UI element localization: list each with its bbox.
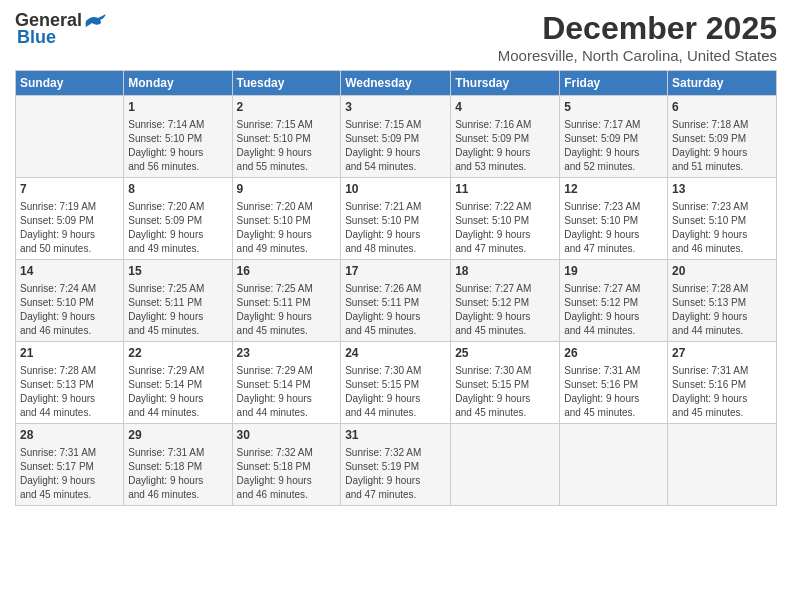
day-number: 25 bbox=[455, 345, 555, 362]
calendar-cell bbox=[668, 424, 777, 506]
logo-blue-text: Blue bbox=[17, 27, 56, 48]
day-number: 5 bbox=[564, 99, 663, 116]
day-number: 9 bbox=[237, 181, 337, 198]
day-number: 30 bbox=[237, 427, 337, 444]
day-number: 29 bbox=[128, 427, 227, 444]
calendar-cell bbox=[560, 424, 668, 506]
week-row-3: 14Sunrise: 7:24 AM Sunset: 5:10 PM Dayli… bbox=[16, 260, 777, 342]
calendar-table: SundayMondayTuesdayWednesdayThursdayFrid… bbox=[15, 70, 777, 506]
col-header-tuesday: Tuesday bbox=[232, 71, 341, 96]
day-number: 16 bbox=[237, 263, 337, 280]
calendar-cell: 8Sunrise: 7:20 AM Sunset: 5:09 PM Daylig… bbox=[124, 178, 232, 260]
calendar-cell: 22Sunrise: 7:29 AM Sunset: 5:14 PM Dayli… bbox=[124, 342, 232, 424]
calendar-cell: 29Sunrise: 7:31 AM Sunset: 5:18 PM Dayli… bbox=[124, 424, 232, 506]
day-number: 26 bbox=[564, 345, 663, 362]
day-info: Sunrise: 7:27 AM Sunset: 5:12 PM Dayligh… bbox=[455, 282, 555, 338]
calendar-cell bbox=[16, 96, 124, 178]
calendar-cell: 5Sunrise: 7:17 AM Sunset: 5:09 PM Daylig… bbox=[560, 96, 668, 178]
col-header-monday: Monday bbox=[124, 71, 232, 96]
calendar-cell: 24Sunrise: 7:30 AM Sunset: 5:15 PM Dayli… bbox=[341, 342, 451, 424]
day-info: Sunrise: 7:18 AM Sunset: 5:09 PM Dayligh… bbox=[672, 118, 772, 174]
day-info: Sunrise: 7:21 AM Sunset: 5:10 PM Dayligh… bbox=[345, 200, 446, 256]
day-info: Sunrise: 7:20 AM Sunset: 5:09 PM Dayligh… bbox=[128, 200, 227, 256]
day-info: Sunrise: 7:16 AM Sunset: 5:09 PM Dayligh… bbox=[455, 118, 555, 174]
week-row-2: 7Sunrise: 7:19 AM Sunset: 5:09 PM Daylig… bbox=[16, 178, 777, 260]
calendar-cell: 10Sunrise: 7:21 AM Sunset: 5:10 PM Dayli… bbox=[341, 178, 451, 260]
day-number: 20 bbox=[672, 263, 772, 280]
day-info: Sunrise: 7:17 AM Sunset: 5:09 PM Dayligh… bbox=[564, 118, 663, 174]
day-number: 12 bbox=[564, 181, 663, 198]
calendar-cell: 21Sunrise: 7:28 AM Sunset: 5:13 PM Dayli… bbox=[16, 342, 124, 424]
day-info: Sunrise: 7:15 AM Sunset: 5:09 PM Dayligh… bbox=[345, 118, 446, 174]
day-number: 28 bbox=[20, 427, 119, 444]
calendar-cell: 3Sunrise: 7:15 AM Sunset: 5:09 PM Daylig… bbox=[341, 96, 451, 178]
day-number: 11 bbox=[455, 181, 555, 198]
day-info: Sunrise: 7:25 AM Sunset: 5:11 PM Dayligh… bbox=[128, 282, 227, 338]
calendar-cell: 16Sunrise: 7:25 AM Sunset: 5:11 PM Dayli… bbox=[232, 260, 341, 342]
calendar-cell: 2Sunrise: 7:15 AM Sunset: 5:10 PM Daylig… bbox=[232, 96, 341, 178]
day-info: Sunrise: 7:25 AM Sunset: 5:11 PM Dayligh… bbox=[237, 282, 337, 338]
day-number: 22 bbox=[128, 345, 227, 362]
day-number: 14 bbox=[20, 263, 119, 280]
day-number: 3 bbox=[345, 99, 446, 116]
location-title: Mooresville, North Carolina, United Stat… bbox=[498, 47, 777, 64]
day-info: Sunrise: 7:27 AM Sunset: 5:12 PM Dayligh… bbox=[564, 282, 663, 338]
header-row: SundayMondayTuesdayWednesdayThursdayFrid… bbox=[16, 71, 777, 96]
day-info: Sunrise: 7:14 AM Sunset: 5:10 PM Dayligh… bbox=[128, 118, 227, 174]
calendar-cell: 1Sunrise: 7:14 AM Sunset: 5:10 PM Daylig… bbox=[124, 96, 232, 178]
calendar-cell: 12Sunrise: 7:23 AM Sunset: 5:10 PM Dayli… bbox=[560, 178, 668, 260]
week-row-4: 21Sunrise: 7:28 AM Sunset: 5:13 PM Dayli… bbox=[16, 342, 777, 424]
day-info: Sunrise: 7:32 AM Sunset: 5:18 PM Dayligh… bbox=[237, 446, 337, 502]
day-info: Sunrise: 7:20 AM Sunset: 5:10 PM Dayligh… bbox=[237, 200, 337, 256]
calendar-cell: 7Sunrise: 7:19 AM Sunset: 5:09 PM Daylig… bbox=[16, 178, 124, 260]
day-info: Sunrise: 7:29 AM Sunset: 5:14 PM Dayligh… bbox=[237, 364, 337, 420]
day-info: Sunrise: 7:24 AM Sunset: 5:10 PM Dayligh… bbox=[20, 282, 119, 338]
day-info: Sunrise: 7:30 AM Sunset: 5:15 PM Dayligh… bbox=[345, 364, 446, 420]
day-number: 18 bbox=[455, 263, 555, 280]
day-info: Sunrise: 7:32 AM Sunset: 5:19 PM Dayligh… bbox=[345, 446, 446, 502]
day-info: Sunrise: 7:15 AM Sunset: 5:10 PM Dayligh… bbox=[237, 118, 337, 174]
calendar-cell: 17Sunrise: 7:26 AM Sunset: 5:11 PM Dayli… bbox=[341, 260, 451, 342]
day-info: Sunrise: 7:30 AM Sunset: 5:15 PM Dayligh… bbox=[455, 364, 555, 420]
calendar-cell: 25Sunrise: 7:30 AM Sunset: 5:15 PM Dayli… bbox=[451, 342, 560, 424]
logo: General Blue bbox=[15, 10, 106, 48]
day-info: Sunrise: 7:31 AM Sunset: 5:18 PM Dayligh… bbox=[128, 446, 227, 502]
page: General Blue December 2025 Mooresville, … bbox=[0, 0, 792, 612]
day-number: 8 bbox=[128, 181, 227, 198]
col-header-friday: Friday bbox=[560, 71, 668, 96]
day-number: 17 bbox=[345, 263, 446, 280]
calendar-cell: 31Sunrise: 7:32 AM Sunset: 5:19 PM Dayli… bbox=[341, 424, 451, 506]
day-info: Sunrise: 7:28 AM Sunset: 5:13 PM Dayligh… bbox=[20, 364, 119, 420]
day-number: 4 bbox=[455, 99, 555, 116]
day-number: 13 bbox=[672, 181, 772, 198]
day-number: 31 bbox=[345, 427, 446, 444]
col-header-sunday: Sunday bbox=[16, 71, 124, 96]
day-number: 6 bbox=[672, 99, 772, 116]
calendar-cell: 19Sunrise: 7:27 AM Sunset: 5:12 PM Dayli… bbox=[560, 260, 668, 342]
week-row-1: 1Sunrise: 7:14 AM Sunset: 5:10 PM Daylig… bbox=[16, 96, 777, 178]
calendar-cell: 26Sunrise: 7:31 AM Sunset: 5:16 PM Dayli… bbox=[560, 342, 668, 424]
calendar-cell: 9Sunrise: 7:20 AM Sunset: 5:10 PM Daylig… bbox=[232, 178, 341, 260]
logo-bird-icon bbox=[84, 13, 106, 29]
day-number: 21 bbox=[20, 345, 119, 362]
day-number: 2 bbox=[237, 99, 337, 116]
day-info: Sunrise: 7:26 AM Sunset: 5:11 PM Dayligh… bbox=[345, 282, 446, 338]
week-row-5: 28Sunrise: 7:31 AM Sunset: 5:17 PM Dayli… bbox=[16, 424, 777, 506]
day-info: Sunrise: 7:22 AM Sunset: 5:10 PM Dayligh… bbox=[455, 200, 555, 256]
col-header-wednesday: Wednesday bbox=[341, 71, 451, 96]
day-info: Sunrise: 7:28 AM Sunset: 5:13 PM Dayligh… bbox=[672, 282, 772, 338]
calendar-cell: 20Sunrise: 7:28 AM Sunset: 5:13 PM Dayli… bbox=[668, 260, 777, 342]
day-info: Sunrise: 7:23 AM Sunset: 5:10 PM Dayligh… bbox=[564, 200, 663, 256]
day-info: Sunrise: 7:29 AM Sunset: 5:14 PM Dayligh… bbox=[128, 364, 227, 420]
calendar-cell: 23Sunrise: 7:29 AM Sunset: 5:14 PM Dayli… bbox=[232, 342, 341, 424]
day-number: 1 bbox=[128, 99, 227, 116]
calendar-cell: 6Sunrise: 7:18 AM Sunset: 5:09 PM Daylig… bbox=[668, 96, 777, 178]
day-number: 27 bbox=[672, 345, 772, 362]
month-title: December 2025 bbox=[498, 10, 777, 47]
calendar-cell: 27Sunrise: 7:31 AM Sunset: 5:16 PM Dayli… bbox=[668, 342, 777, 424]
calendar-cell: 30Sunrise: 7:32 AM Sunset: 5:18 PM Dayli… bbox=[232, 424, 341, 506]
day-info: Sunrise: 7:31 AM Sunset: 5:16 PM Dayligh… bbox=[672, 364, 772, 420]
day-number: 7 bbox=[20, 181, 119, 198]
calendar-cell: 18Sunrise: 7:27 AM Sunset: 5:12 PM Dayli… bbox=[451, 260, 560, 342]
calendar-cell: 15Sunrise: 7:25 AM Sunset: 5:11 PM Dayli… bbox=[124, 260, 232, 342]
